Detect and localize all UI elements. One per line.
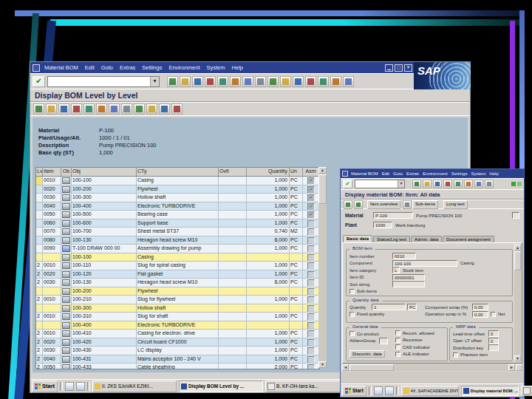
- graphic-icon[interactable]: [146, 103, 157, 115]
- checkbox-recursive[interactable]: [395, 338, 400, 343]
- table-row[interactable]: 0030100-300Hollow shaft1,000PC✓: [36, 194, 319, 202]
- column-header-cty[interactable]: CTy: [137, 168, 219, 176]
- quick-launch-icon[interactable]: [385, 386, 394, 395]
- long-text-button[interactable]: Long text: [443, 200, 468, 209]
- scroll-thumb[interactable]: [514, 251, 521, 270]
- taskbar-task-display-bom-level-by[interactable]: Display BOM Level by ...: [179, 381, 263, 392]
- plant-field[interactable]: 1000: [373, 222, 392, 228]
- item-overview-button[interactable]: Item overview: [367, 200, 400, 209]
- back-icon[interactable]: [423, 180, 432, 188]
- checkbox-cad-indicator[interactable]: [395, 344, 400, 349]
- menu-system[interactable]: System: [207, 64, 225, 71]
- assembly-checkbox[interactable]: [307, 228, 315, 236]
- last-page-icon[interactable]: [305, 76, 316, 87]
- assembly-checkbox[interactable]: [307, 220, 315, 228]
- field-value-item-number[interactable]: 0010: [392, 253, 416, 259]
- find-icon[interactable]: [464, 180, 473, 188]
- print-bom-icon[interactable]: [134, 103, 145, 115]
- find-icon[interactable]: [242, 76, 253, 87]
- scroll-thumb[interactable]: [349, 364, 394, 371]
- assembly-checkbox[interactable]: [307, 364, 315, 369]
- column-header-item[interactable]: Item: [43, 168, 61, 176]
- enter-icon[interactable]: [412, 180, 421, 188]
- table-row[interactable]: 0040100-400Electronic TURBODRIVE1,000PC✓: [36, 202, 319, 211]
- material-field[interactable]: P-100: [373, 212, 413, 219]
- sub-items-checkbox[interactable]: [349, 289, 355, 294]
- shortcut-icon[interactable]: [330, 76, 341, 87]
- table-row[interactable]: 20020100-420Circuit board CF10001,000PC: [36, 338, 319, 347]
- assembly-checkbox[interactable]: ✓: [307, 211, 315, 219]
- assembly-checkbox[interactable]: ✓: [307, 177, 315, 185]
- assembly-checkbox[interactable]: [307, 296, 315, 304]
- header-details-icon[interactable]: [109, 103, 120, 115]
- enter-check-icon[interactable]: ✔: [33, 76, 45, 87]
- menu-extras[interactable]: Extras: [406, 171, 419, 176]
- table-row[interactable]: 20040100-431Mains acceptor 100 - 240 V1,…: [36, 355, 319, 364]
- help-icon[interactable]: [485, 180, 494, 188]
- assembly-checkbox[interactable]: [307, 245, 315, 253]
- table-row[interactable]: 20010100-310Slug for shaft1,000PC: [36, 313, 319, 321]
- menu-material-bom[interactable]: Material BOM: [351, 171, 378, 176]
- tab-document-assignment[interactable]: Document assignment: [443, 236, 494, 242]
- menu-system[interactable]: System: [471, 171, 485, 176]
- vertical-scrollbar[interactable]: ▲ ▼: [514, 245, 521, 361]
- first-page-icon[interactable]: [474, 180, 483, 188]
- assembly-checkbox[interactable]: [307, 347, 315, 355]
- column-header-lv[interactable]: Lv: [36, 168, 43, 176]
- previous-level-icon[interactable]: [46, 103, 57, 115]
- table-row[interactable]: 0010100-100Casing1,000PC✓: [36, 177, 319, 185]
- taskbar-task-display-material-bom[interactable]: Display material BOM: ...: [461, 386, 519, 396]
- scroll-thumb[interactable]: [318, 174, 327, 204]
- fixed-quantity-checkbox[interactable]: [349, 312, 355, 317]
- taskbar-task-x-metody-czyszlan[interactable]: X. METODY czyszlan...: [521, 386, 532, 396]
- previous-item-icon[interactable]: [344, 200, 352, 209]
- table-group-row[interactable]: 100-100Casing: [36, 253, 319, 262]
- first-level-icon[interactable]: [58, 103, 69, 115]
- field-value-component-scrap[interactable]: 0,00: [472, 304, 488, 310]
- quantity-field[interactable]: 1: [372, 304, 406, 310]
- bom-table[interactable]: LvItemObObjCTyOvflQuantityUnAsm0010100-1…: [35, 167, 320, 369]
- maximize-icon[interactable]: ▢: [395, 64, 403, 72]
- help-icon[interactable]: [343, 76, 354, 87]
- next-level-icon[interactable]: [33, 103, 44, 115]
- field-value-operation-scrap-in[interactable]: 0,00: [472, 311, 488, 318]
- table-row[interactable]: 0080100-130Hexagon head screw M108,000PC: [36, 236, 319, 245]
- print-icon[interactable]: [230, 76, 241, 87]
- table-row[interactable]: 20030100-430LC display1,000PC: [36, 347, 319, 355]
- table-row[interactable]: 0090T-100 DRAW 000 00Assembly drawing fo…: [36, 245, 319, 253]
- table-row[interactable]: 0070100-700Sheet metal ST370,740M2: [36, 228, 319, 236]
- assembly-checkbox[interactable]: [307, 254, 315, 262]
- assembly-checkbox[interactable]: [307, 279, 315, 287]
- co-product-checkbox[interactable]: [349, 331, 355, 336]
- table-row[interactable]: 20030100-130Hexagon head screw M108,000P…: [36, 279, 319, 287]
- assembly-checkbox[interactable]: [307, 288, 315, 296]
- scroll-up-icon[interactable]: ▲: [514, 245, 521, 250]
- field-value-component[interactable]: 100-100: [392, 260, 457, 267]
- table-group-row[interactable]: 100-200Flywheel: [36, 287, 319, 296]
- table-row[interactable]: 20010100-210Slug for flywheel1,000PC: [36, 296, 319, 304]
- menu-environment[interactable]: Environment: [423, 171, 448, 176]
- scroll-down-icon[interactable]: ▼: [514, 355, 521, 361]
- table-row[interactable]: 20020100-120Flat gasket1,000PC: [36, 270, 319, 279]
- menu-settings[interactable]: Settings: [142, 64, 162, 71]
- assembly-checkbox[interactable]: [307, 237, 315, 245]
- table-vertical-scrollbar[interactable]: ▲ ▼: [318, 167, 327, 368]
- alt-item-group-field[interactable]: [379, 338, 388, 344]
- command-field[interactable]: ▼: [355, 180, 405, 188]
- minimize-icon[interactable]: ▁: [385, 64, 393, 72]
- menu-edit[interactable]: Edit: [382, 171, 389, 176]
- field-value-item-category[interactable]: L: [392, 267, 400, 273]
- assembly-checkbox[interactable]: ✓: [307, 194, 315, 202]
- column-header-asm[interactable]: Asm: [303, 168, 319, 176]
- menu-edit[interactable]: Edit: [85, 64, 95, 71]
- checkbox-recurs-allowed[interactable]: [395, 330, 400, 335]
- menu-help[interactable]: Help: [232, 64, 243, 71]
- scroll-down-icon[interactable]: ▼: [318, 361, 327, 368]
- assembly-checkbox[interactable]: [307, 330, 315, 338]
- save-icon[interactable]: [180, 76, 191, 87]
- combo-dropdown-icon[interactable]: ▼: [398, 180, 404, 188]
- quick-launch-icon[interactable]: [76, 382, 85, 391]
- assembly-checkbox[interactable]: [307, 339, 315, 347]
- assembly-checkbox[interactable]: [307, 322, 315, 330]
- quick-launch-icon[interactable]: [374, 386, 383, 395]
